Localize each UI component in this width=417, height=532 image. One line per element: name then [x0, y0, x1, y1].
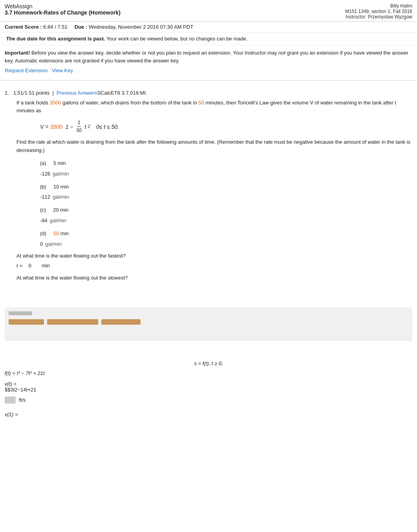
toricelli-formula: V = 3500 1 − 1 50 t2 0≤ t ≤ 50.: [40, 119, 412, 134]
blurred-content-1: [5, 307, 412, 341]
slowest-question-text: At what time is the water flowing out th…: [16, 274, 412, 282]
blurred-bar-4: [101, 319, 141, 325]
page-header: WebAssign 3.7 Homework-Rates of Change (…: [0, 0, 417, 22]
question-1-body: If a tank holds 3500 gallons of water, w…: [5, 99, 412, 296]
notice-bold: The due date for this assignment is past…: [6, 36, 105, 42]
formula-equals: =: [45, 122, 48, 131]
important-links: Request Extension View Key: [5, 67, 412, 75]
v-unit-label: ft/s: [19, 397, 26, 403]
v-label: v(t) =: [5, 381, 16, 387]
part-d-label: (d) 50 min: [40, 230, 412, 238]
formula-paren-open: 1 −: [64, 122, 73, 131]
part-a-value: -126: [40, 170, 50, 178]
course-info: M151 1349, section 1, Fall 2016: [345, 9, 412, 14]
slowest-question: At what time is the water flowing out th…: [16, 274, 412, 282]
section-divider: [0, 80, 417, 80]
problem-text1: If a tank holds: [16, 100, 50, 106]
part-b-label: (b) 10 min: [40, 183, 412, 191]
header-right: Billy Halim M151 1349, section 1, Fall 2…: [345, 3, 412, 20]
question-2-section: s = f(t), t ≥ 0, f(t) = t³ − 7t² + 21t v…: [0, 345, 417, 425]
f-formula-display: f(t) = t³ − 7t² + 21t: [5, 370, 412, 376]
f-formula-text: f(t) = t³ − 7t² + 21t: [5, 370, 45, 376]
separator: |: [52, 90, 53, 96]
part-d-answer: 0 gal/min: [40, 240, 412, 249]
notice-bar: The due date for this assignment is past…: [0, 33, 417, 45]
fastest-answer: t = 0 min: [16, 262, 412, 270]
part-a-label: (a) 5 min: [40, 159, 412, 168]
minutes-value: 50: [198, 100, 204, 106]
fastest-value: 0: [28, 262, 31, 270]
part-a-answer: -126 gal/min: [40, 170, 412, 178]
important-not: not: [278, 50, 285, 56]
formula-t: t: [85, 122, 86, 131]
gallons-value: 3500: [50, 100, 61, 106]
formula-v: V: [40, 122, 44, 131]
velocity-section: f(t) = t³ − 7t² + 21t v(t) = $$3t2−14t+2…: [5, 370, 412, 417]
important-box: Important! Before you view the answer ke…: [5, 49, 412, 75]
v-blurred-box: [5, 397, 16, 404]
part-b-time: 10 min: [53, 184, 69, 190]
part-c-label: (c) 20 min: [40, 206, 412, 214]
fastest-question: At what time is the water flowing out th…: [16, 252, 412, 260]
formula-domain: 0≤ t ≤ 50.: [96, 122, 119, 131]
question-1-header: 1. 1.51/1.51 points | Previous AnswersSC…: [5, 90, 412, 96]
header-left: WebAssign 3.7 Homework-Rates of Change (…: [5, 3, 121, 20]
part-c-value: -84: [40, 217, 48, 225]
fastest-t-label: t =: [16, 262, 22, 270]
app-name: WebAssign: [5, 3, 121, 9]
important-label: Important!: [5, 50, 30, 56]
formula-fraction: 1 50: [75, 119, 82, 134]
blurred-bar-3: [47, 319, 98, 325]
v-value-display: $$3t2−14t+21: [5, 387, 412, 393]
frac-numerator: 1: [77, 119, 81, 127]
v-unit-row: ft/s: [5, 397, 412, 404]
part-b-answer: -112 gal/min: [40, 193, 412, 201]
v-value: $$3t2−14t+21: [5, 387, 36, 393]
important-text1: Before you view the answer key, decide w…: [30, 50, 278, 56]
question-number: 1.: [5, 90, 9, 96]
notice-rest: Your work can be viewed below, but no ch…: [106, 36, 247, 42]
view-key-link[interactable]: View Key: [52, 68, 73, 73]
part-a-unit: gal/min: [53, 170, 69, 178]
find-rate-text: Find the rate at which water is draining…: [16, 138, 412, 155]
part-d-time-unit: min: [60, 230, 69, 236]
part-c-unit: gal/min: [50, 217, 66, 225]
part-d-time: 50: [53, 230, 59, 236]
user-name: Billy Halim: [345, 3, 412, 9]
part-b-unit: gal/min: [53, 193, 69, 201]
points-value: 1.51/1.51 points: [13, 90, 50, 96]
due-date: Wednesday, November 2 2016 07:30 AM PDT: [89, 24, 193, 30]
math-display-formula: s = f(t), t ≥ 0,: [5, 360, 412, 366]
v1-label: v(1) =: [5, 411, 18, 417]
instructor-info: Instructor: Przemyslaw Wyzgow: [345, 14, 412, 20]
part-a-time: 5 min: [53, 160, 66, 166]
blurred-bar-1: [9, 311, 32, 315]
part-c-answer: -84 gal/min: [40, 217, 412, 225]
v1-formula-display: v(1) =: [5, 411, 412, 417]
due-label: Due :: [75, 24, 88, 30]
fastest-unit: min: [42, 262, 50, 270]
score-value: 6.84 / 7.51: [43, 24, 67, 30]
part-a-letter: (a): [40, 160, 46, 166]
problem-text2: gallons of water, which drains from the …: [61, 100, 198, 106]
current-score-label: Current Score :: [5, 24, 42, 30]
part-d-letter: (d): [40, 230, 46, 236]
question-1-container: 1. 1.51/1.51 points | Previous AnswersSC…: [0, 86, 417, 300]
formula-exp: 2: [88, 124, 90, 130]
prev-answers-link[interactable]: Previous Answers: [57, 90, 97, 96]
part-b-letter: (b): [40, 184, 46, 190]
slowest-answer-spacer: [16, 284, 412, 296]
score-bar: Current Score : 6.84 / 7.51 Due : Wednes…: [0, 22, 417, 33]
frac-denominator: 50: [75, 127, 82, 134]
part-d-value: 0: [40, 240, 43, 249]
answers-section: (a) 5 min -126 gal/min (b) 10 min -112 g…: [40, 159, 412, 248]
source-ref: SCalcET8 3.7.018.MI.: [97, 90, 147, 96]
problem-statement: If a tank holds 3500 gallons of water, w…: [16, 99, 412, 115]
formula-main: V = 3500 1 − 1 50 t2 0≤ t ≤ 50.: [40, 119, 412, 134]
request-extension-link[interactable]: Request Extension: [5, 68, 48, 73]
part-d-unit: gal/min: [45, 240, 62, 249]
v-formula-display: v(t) =: [5, 381, 412, 387]
part-b-value: -112: [40, 193, 50, 201]
formula-3500: 3500: [50, 122, 62, 131]
part-c-time: 20 min: [53, 207, 68, 213]
